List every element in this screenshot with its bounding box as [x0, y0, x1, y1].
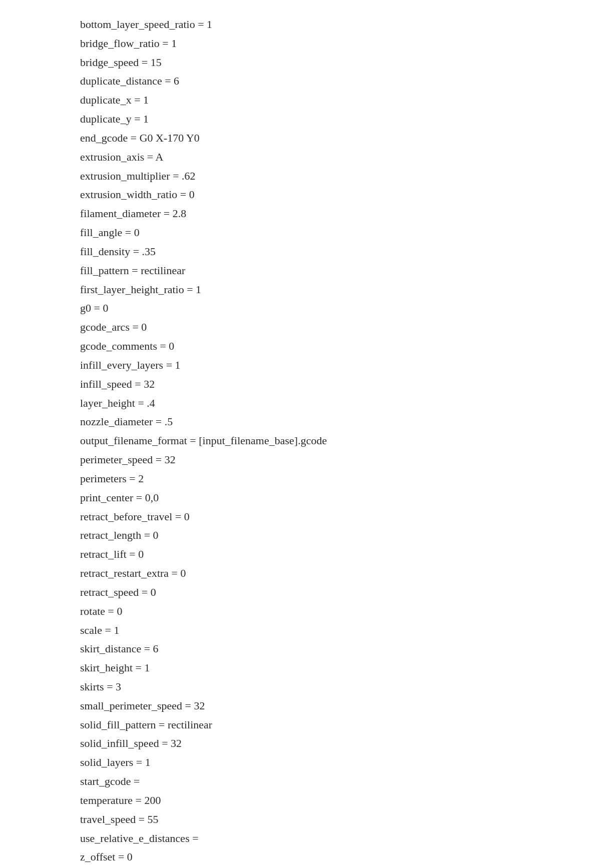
config-line: skirts = 3	[80, 677, 593, 696]
config-line: fill_density = .35	[80, 242, 593, 261]
config-line: fill_angle = 0	[80, 223, 593, 242]
config-line: bridge_speed = 15	[80, 53, 593, 72]
config-line: retract_lift = 0	[80, 545, 593, 564]
config-line: nozzle_diameter = .5	[80, 412, 593, 431]
config-line: fill_pattern = rectilinear	[80, 261, 593, 280]
config-line: travel_speed = 55	[80, 810, 593, 829]
config-line: retract_speed = 0	[80, 583, 593, 602]
config-line: start_gcode =	[80, 772, 593, 791]
config-line: duplicate_x = 1	[80, 91, 593, 110]
config-line: extrusion_width_ratio = 0	[80, 185, 593, 204]
config-line: print_center = 0,0	[80, 488, 593, 507]
config-line: scale = 1	[80, 621, 593, 640]
config-line: solid_layers = 1	[80, 753, 593, 772]
config-line: output_filename_format = [input_filename…	[80, 431, 593, 450]
config-line: end_gcode = G0 X-170 Y0	[80, 129, 593, 148]
config-line: z_offset = 0	[80, 847, 593, 866]
config-line: first_layer_height_ratio = 1	[80, 280, 593, 299]
config-line: gcode_comments = 0	[80, 337, 593, 356]
config-line: retract_before_travel = 0	[80, 507, 593, 526]
config-line: rotate = 0	[80, 602, 593, 621]
config-line: filament_diameter = 2.8	[80, 204, 593, 223]
config-line: duplicate_distance = 6	[80, 72, 593, 91]
config-line: solid_infill_speed = 32	[80, 734, 593, 753]
config-line: perimeters = 2	[80, 469, 593, 488]
config-line: retract_length = 0	[80, 526, 593, 545]
config-line: bridge_flow_ratio = 1	[80, 34, 593, 53]
config-line: infill_every_layers = 1	[80, 356, 593, 375]
config-line: g0 = 0	[80, 299, 593, 318]
config-line: use_relative_e_distances =	[80, 829, 593, 848]
config-line: skirt_distance = 6	[80, 639, 593, 658]
config-line: extrusion_axis = A	[80, 148, 593, 167]
config-line: perimeter_speed = 32	[80, 450, 593, 469]
config-line: skirt_height = 1	[80, 658, 593, 677]
config-line: retract_restart_extra = 0	[80, 564, 593, 583]
config-line: duplicate_y = 1	[80, 110, 593, 129]
config-line: extrusion_multiplier = .62	[80, 167, 593, 186]
config-line: temperature = 200	[80, 791, 593, 810]
config-line: bottom_layer_speed_ratio = 1	[80, 15, 593, 34]
config-line: solid_fill_pattern = rectilinear	[80, 715, 593, 734]
config-line: gcode_arcs = 0	[80, 318, 593, 337]
config-line: infill_speed = 32	[80, 375, 593, 394]
config-line: layer_height = .4	[80, 394, 593, 413]
config-line: small_perimeter_speed = 32	[80, 696, 593, 715]
config-list: bottom_layer_speed_ratio = 1bridge_flow_…	[80, 15, 593, 866]
